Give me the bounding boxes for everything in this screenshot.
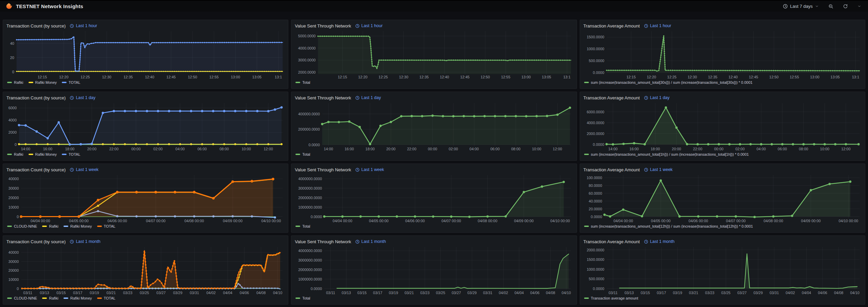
legend-item[interactable]: Total (295, 152, 310, 156)
legend-item[interactable]: TOTAL (97, 224, 115, 228)
legend-item[interactable]: CLOUD-NINE (7, 224, 37, 228)
legend-label: sum (increase(transactions_amount_total[… (591, 152, 749, 156)
svg-text:08:00: 08:00 (799, 147, 808, 151)
panel-title[interactable]: Transaction Average Amount (583, 95, 640, 100)
svg-text:04/10: 04/10 (273, 291, 282, 295)
panel: Transaction Count (by source) Last 1 wee… (3, 164, 288, 233)
legend-item[interactable]: TOTAL (62, 80, 80, 84)
panel-title[interactable]: Transaction Count (by source) (6, 23, 66, 28)
svg-text:04/06 00:00: 04/06 00:00 (405, 219, 425, 223)
legend-item[interactable]: Rafiki (7, 152, 23, 156)
legend-marker (42, 226, 47, 227)
svg-text:12:00: 12:00 (553, 147, 562, 151)
legend-item[interactable]: CLOUD-NINE (7, 296, 37, 300)
svg-text:03/23: 03/23 (123, 291, 132, 295)
svg-text:0.0000: 0.0000 (311, 215, 322, 219)
legend-item[interactable]: sum (increase(transactions_amount_total[… (584, 152, 749, 156)
chart-legend: RafikiRafiki MoneyTOTAL (6, 152, 285, 157)
legend-marker (42, 298, 47, 299)
chevron-down-icon (815, 4, 819, 8)
legend-item[interactable]: sum (increase(transactions_amount_total[… (584, 224, 753, 228)
legend-item[interactable]: Transaction average amount (584, 296, 638, 300)
svg-text:03/27: 03/27 (157, 291, 166, 295)
svg-text:10000: 10000 (8, 205, 19, 209)
svg-text:500.0000: 500.0000 (589, 59, 604, 63)
legend-item[interactable]: Rafiki Money (64, 296, 92, 300)
chart-svg[interactable]: 03/1103/1303/1503/1703/1903/2103/2303/25… (295, 245, 573, 295)
chart-svg[interactable]: 04/04 00:0004/05 00:0004/06 00:0004/07 0… (6, 173, 285, 224)
panel-time-override-label: Last 1 hour (76, 23, 97, 28)
svg-text:03/19: 03/19 (90, 291, 99, 295)
svg-text:03/15: 03/15 (56, 291, 66, 295)
panel-title[interactable]: Transaction Count (by source) (6, 167, 66, 172)
panel-title[interactable]: Transaction Average Amount (583, 23, 640, 28)
legend-item[interactable]: TOTAL (62, 152, 80, 156)
panel-time-override[interactable]: Last 1 day (644, 95, 670, 100)
refresh-interval-dropdown[interactable] (856, 4, 863, 9)
chart-svg[interactable]: 03/1103/1303/1503/1703/1903/2103/2303/25… (583, 245, 862, 295)
panel-time-override[interactable]: Last 1 month (70, 239, 100, 244)
chart-svg[interactable]: 12:1512:2012:2512:3012:3512:4012:4512:50… (6, 30, 285, 80)
panel-title[interactable]: Transaction Average Amount (583, 239, 640, 244)
panel-title[interactable]: Value Sent Through Network (295, 239, 351, 244)
svg-text:03/15: 03/15 (358, 291, 367, 295)
svg-text:12:45: 12:45 (460, 75, 470, 79)
legend-item[interactable]: Rafiki (42, 224, 58, 228)
panel-title[interactable]: Value Sent Through Network (295, 95, 351, 100)
svg-text:04/02: 04/02 (206, 291, 216, 295)
panel-time-override[interactable]: Last 1 week (70, 167, 98, 172)
panel-title[interactable]: Value Sent Through Network (295, 23, 351, 28)
panel-title[interactable]: Value Sent Through Network (295, 167, 351, 172)
svg-text:12:50: 12:50 (481, 75, 490, 79)
legend-item[interactable]: Rafiki Money (64, 224, 92, 228)
refresh-button[interactable] (842, 3, 849, 9)
legend-item[interactable]: sum (increase(transactions_amount_total[… (584, 80, 753, 84)
legend-item[interactable]: Rafiki Money (29, 80, 57, 84)
zoom-out-time-button[interactable] (827, 3, 835, 9)
clock-icon (355, 239, 360, 244)
panel-time-override[interactable]: Last 1 month (644, 239, 674, 244)
panel-title[interactable]: Transaction Average Amount (583, 167, 640, 172)
panel-title[interactable]: Transaction Count (by source) (6, 95, 66, 100)
chart-svg[interactable]: 04/04 00:0004/05 00:0004/06 00:0004/07 0… (583, 173, 862, 224)
panel-time-override[interactable]: Last 1 month (355, 239, 386, 244)
legend-item[interactable]: Total (295, 80, 310, 84)
svg-text:03/25: 03/25 (721, 291, 730, 295)
chart-svg[interactable]: 14:0016:0018:0020:0022:0000:0002:0004:00… (6, 101, 285, 152)
svg-text:06:00: 06:00 (198, 147, 207, 151)
legend-marker (7, 298, 12, 299)
svg-text:2000000.0000: 2000000.0000 (299, 196, 322, 200)
svg-text:12:55: 12:55 (209, 75, 218, 79)
zoom-out-icon (828, 4, 833, 9)
panel-title[interactable]: Transaction Count (by source) (6, 239, 66, 244)
legend-item[interactable]: Total (295, 224, 310, 228)
svg-text:0: 0 (15, 142, 17, 147)
chart-svg[interactable]: 14:0016:0018:0020:0022:0000:0002:0004:00… (295, 101, 573, 152)
panel-time-override[interactable]: Last 1 week (355, 167, 384, 172)
panel-time-override[interactable]: Last 1 hour (70, 23, 97, 28)
svg-text:6000.0000: 6000.0000 (586, 110, 604, 114)
legend-item[interactable]: Rafiki (7, 80, 23, 84)
chart-svg[interactable]: 03/1103/1303/1503/1703/1903/2103/2303/25… (6, 245, 285, 295)
legend-item[interactable]: Rafiki (42, 296, 58, 300)
panel-time-override[interactable]: Last 1 day (70, 95, 95, 100)
legend-item[interactable]: TOTAL (97, 296, 115, 300)
panel-time-override[interactable]: Last 1 hour (644, 23, 671, 28)
svg-text:0: 0 (12, 70, 14, 74)
chart-svg[interactable]: 12:1512:2012:2512:3012:3512:4012:4512:50… (583, 30, 862, 80)
svg-text:12:25: 12:25 (667, 75, 676, 79)
svg-text:02:00: 02:00 (153, 147, 163, 151)
chart-svg[interactable]: 14:0016:0018:0020:0022:0000:0002:0004:00… (583, 101, 862, 152)
time-range-picker[interactable]: Last 7 days (781, 3, 820, 9)
legend-item[interactable]: Rafiki Money (29, 152, 57, 156)
panel-time-override[interactable]: Last 1 week (644, 167, 673, 172)
legend-item[interactable]: Total (295, 296, 310, 300)
svg-text:03/31: 03/31 (770, 291, 779, 295)
panel-time-override[interactable]: Last 1 day (355, 95, 381, 100)
svg-text:04/08 00:00: 04/08 00:00 (763, 219, 783, 223)
panel-time-override[interactable]: Last 1 hour (355, 23, 383, 28)
chart-svg[interactable]: 04/04 00:0004/05 00:0004/06 00:0004/07 0… (295, 173, 573, 224)
panel: Transaction Average Amount Last 1 month … (580, 235, 865, 305)
panel: Transaction Average Amount Last 1 week 0… (580, 164, 865, 233)
chart-svg[interactable]: 12:1512:2012:2512:3012:3512:4012:4512:50… (295, 30, 573, 80)
